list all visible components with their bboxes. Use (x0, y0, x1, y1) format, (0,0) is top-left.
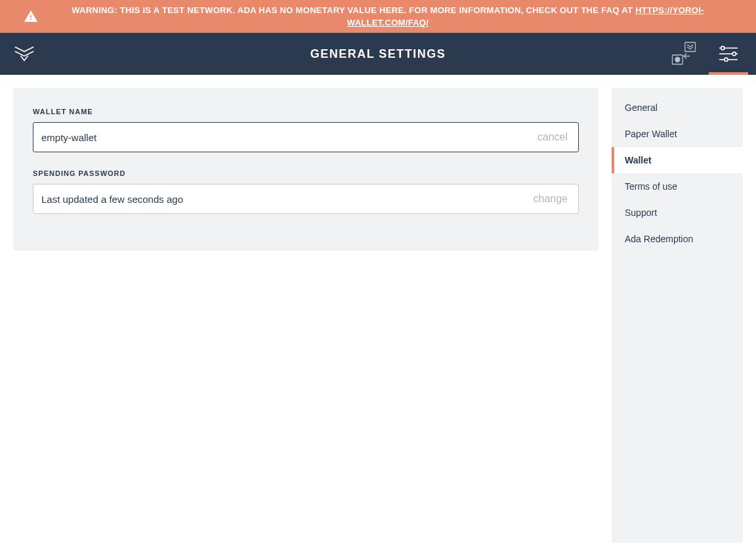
sidebar-item-paper-wallet[interactable]: Paper Wallet (612, 121, 743, 147)
warning-text-prefix: WARNING: THIS IS A TEST NETWORK. ADA HAS… (72, 5, 635, 15)
page-title: GENERAL SETTINGS (310, 47, 446, 61)
settings-button[interactable] (714, 39, 743, 68)
wallet-name-input-wrapper: cancel (33, 122, 579, 152)
content-area: WALLET NAME cancel SPENDING PASSWORD Las… (0, 75, 612, 556)
app-header: GENERAL SETTINGS (0, 33, 756, 75)
spending-password-status: Last updated a few seconds ago (41, 194, 531, 205)
spending-password-wrapper: Last updated a few seconds ago change (33, 184, 579, 214)
wallet-name-label: WALLET NAME (33, 108, 579, 116)
spending-password-change-button[interactable]: change (531, 193, 571, 205)
settings-sidebar: General Paper Wallet Wallet Terms of use… (612, 88, 743, 543)
settings-card: WALLET NAME cancel SPENDING PASSWORD Las… (13, 88, 598, 251)
warning-icon (24, 9, 38, 24)
svg-point-2 (675, 57, 680, 62)
sidebar-item-support[interactable]: Support (612, 200, 743, 226)
svg-point-6 (732, 52, 736, 55)
sidebar-item-wallet[interactable]: Wallet (612, 147, 743, 173)
svg-point-8 (724, 58, 728, 61)
app-logo[interactable] (13, 43, 35, 65)
warning-banner: WARNING: THIS IS A TEST NETWORK. ADA HAS… (0, 0, 756, 33)
wallet-name-field-group: WALLET NAME cancel (33, 108, 579, 152)
header-actions (669, 39, 743, 68)
main-layout: WALLET NAME cancel SPENDING PASSWORD Las… (0, 75, 756, 556)
warning-text: WARNING: THIS IS A TEST NETWORK. ADA HAS… (43, 4, 732, 30)
wallet-name-input[interactable] (41, 132, 535, 143)
sidebar-item-terms-of-use[interactable]: Terms of use (612, 173, 743, 200)
svg-point-4 (721, 47, 724, 50)
spending-password-label: SPENDING PASSWORD (33, 169, 579, 177)
spending-password-field-group: SPENDING PASSWORD Last updated a few sec… (33, 169, 579, 214)
sidebar-item-ada-redemption[interactable]: Ada Redemption (612, 226, 743, 252)
sidebar-item-general[interactable]: General (612, 95, 743, 121)
daedalus-transfer-button[interactable] (669, 39, 698, 68)
wallet-name-cancel-button[interactable]: cancel (535, 131, 570, 143)
